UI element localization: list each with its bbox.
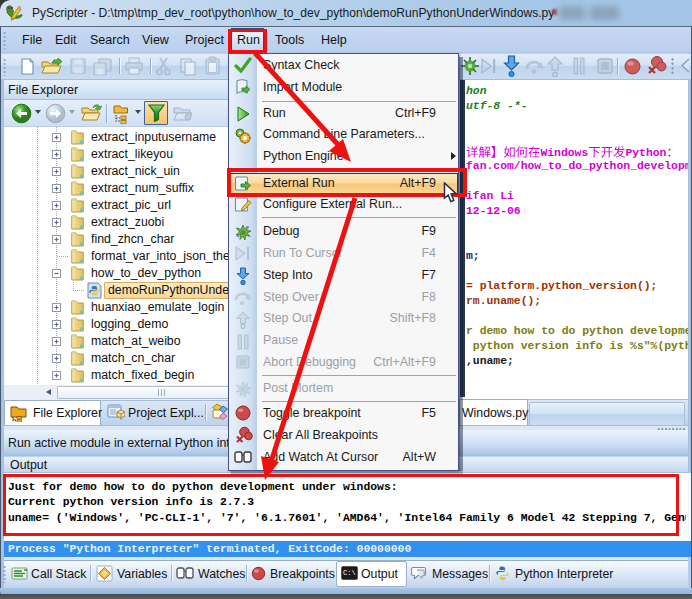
svg-text:Python: Python — [625, 147, 666, 159]
svg-text:Windows: Windows — [540, 147, 588, 159]
svg-text:C:\: C:\ — [343, 569, 356, 577]
